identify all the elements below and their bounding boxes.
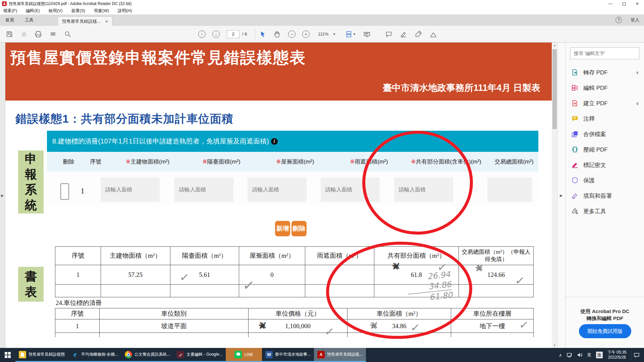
page-number-input[interactable]: 2 bbox=[227, 30, 239, 38]
taskbar-app-folder[interactable]: 預售屋常見錯誤樣態 bbox=[15, 348, 68, 362]
speaker-icon[interactable] bbox=[577, 353, 583, 357]
zoom-caret-icon[interactable]: ▼ bbox=[333, 33, 336, 36]
create-pdf-icon bbox=[571, 99, 579, 107]
tool-export-pdf[interactable]: 轉存 PDF ∨ bbox=[566, 65, 644, 80]
taskbar-app-ie[interactable]: e 平均地權條例-全國... bbox=[68, 348, 121, 362]
tool-fill-sign[interactable]: 填寫和簽署 bbox=[566, 188, 644, 203]
info-icon[interactable]: i bbox=[271, 138, 278, 145]
free-trial-button[interactable]: 開始免費試用版 bbox=[579, 324, 631, 338]
start-button[interactable] bbox=[0, 348, 15, 362]
minimize-button[interactable]: — bbox=[604, 0, 617, 7]
form-section-bar: 8.建物標的清冊(107年1月1日以後申請建造執照者，免填屋簷及雨遮面積) i bbox=[47, 131, 538, 152]
close-button[interactable]: ✕ bbox=[631, 0, 644, 7]
input-total-area[interactable] bbox=[487, 178, 532, 202]
tools-search-input[interactable] bbox=[570, 47, 639, 59]
checkmark-57-25: ✓ bbox=[179, 270, 190, 285]
tool-more-tools[interactable]: 更多工具 bbox=[566, 203, 644, 219]
menu-view[interactable]: 檢視(V) bbox=[49, 8, 63, 14]
pdf-banner: 預售屋實價登錄申報案件常見錯誤樣態表 臺中市清水地政事務所111年4月 日製表 bbox=[5, 43, 552, 101]
tab-tools[interactable]: 工具 bbox=[19, 15, 39, 26]
save-icon[interactable] bbox=[5, 29, 14, 39]
taskbar-clock[interactable]: 下午 05:35 2022/5/26 bbox=[607, 350, 627, 360]
scrollbar-thumb[interactable] bbox=[552, 49, 557, 129]
scroll-down-icon[interactable]: ▼ bbox=[552, 343, 557, 348]
next-page-icon[interactable]: ↓ bbox=[211, 29, 221, 39]
add-button[interactable]: 新增 bbox=[275, 221, 290, 236]
language-indicator[interactable]: 英 bbox=[587, 352, 591, 358]
hand-tool-icon[interactable] bbox=[272, 29, 282, 39]
zoom-out-icon[interactable]: − bbox=[287, 29, 297, 39]
expand-nav-pane-icon[interactable]: ▶ bbox=[1, 193, 4, 198]
promo-line2: 轉換和編輯 PDF bbox=[566, 315, 644, 322]
collapse-tools-pane-icon[interactable]: ▶ bbox=[560, 193, 562, 198]
form-section-text: 8.建物標的清冊(107年1月1日以後申請建造執照者，免填屋簷及雨遮面積) bbox=[52, 137, 269, 146]
menu-edit[interactable]: 編輯(E) bbox=[26, 8, 40, 14]
tab-close-icon[interactable]: × bbox=[105, 19, 108, 24]
toolbar-separator bbox=[255, 29, 255, 39]
menu-window[interactable]: 視窗(W) bbox=[94, 8, 109, 14]
fill-sign-pen-icon[interactable] bbox=[414, 29, 423, 39]
tab-document-label: 預售屋常見錯誤樣... bbox=[62, 18, 101, 24]
row-checkbox[interactable] bbox=[60, 183, 69, 200]
zoom-level-value[interactable]: 111% bbox=[318, 32, 328, 37]
taskbar-app-line[interactable]: LINE bbox=[226, 348, 262, 362]
star-icon[interactable]: ☆ bbox=[19, 29, 29, 39]
acrobat-app-icon: A bbox=[2, 1, 7, 6]
checkmark-floor: ✓ bbox=[519, 318, 530, 332]
sign-in-link[interactable]: 登入 bbox=[631, 17, 639, 23]
chevron-down-icon[interactable]: ∨ bbox=[636, 70, 639, 75]
fit-width-icon[interactable] bbox=[344, 29, 354, 39]
tool-combine-files[interactable]: 合併檔案 bbox=[566, 126, 644, 142]
acrobat-icon: A bbox=[317, 351, 325, 358]
comment-icon[interactable] bbox=[384, 29, 393, 39]
taskbar-app-chrome[interactable]: 公文整合資訊系統... bbox=[121, 348, 173, 362]
tab-home[interactable]: 首頁 bbox=[0, 15, 19, 26]
hidden-icons-chevron[interactable]: ∧ bbox=[559, 353, 562, 358]
tool-comment[interactable]: 注釋 bbox=[566, 111, 644, 126]
comment-tool-icon bbox=[571, 115, 579, 123]
chevron-down-icon[interactable]: ∨ bbox=[636, 101, 639, 106]
menu-help[interactable]: 說明(H) bbox=[118, 8, 132, 14]
search-icon[interactable] bbox=[63, 29, 72, 39]
tablet-input-icon[interactable] bbox=[567, 353, 573, 358]
col-balcony-area: ※陽臺面積(m²) bbox=[184, 152, 258, 172]
taskbar-app-docs[interactable]: 文書編輯 - Google... bbox=[173, 348, 226, 362]
taskbar-app-acrobat[interactable]: A 預售屋常見錯誤樣... bbox=[314, 348, 366, 362]
restore-button[interactable] bbox=[617, 0, 631, 7]
action-center-icon[interactable] bbox=[631, 348, 641, 362]
delete-button[interactable]: 刪除 bbox=[291, 221, 307, 236]
scroll-up-icon[interactable]: ▲ bbox=[552, 43, 557, 48]
input-balcony-area[interactable] bbox=[174, 178, 233, 202]
menu-file[interactable]: 檔案(F) bbox=[3, 8, 17, 14]
tool-compress-pdf[interactable]: 壓縮 PDF bbox=[566, 142, 644, 157]
reading-mode-icon[interactable] bbox=[362, 29, 372, 39]
taskbar-app-word[interactable]: W 臺中市清水地政事... bbox=[262, 348, 314, 362]
tool-create-pdf[interactable]: 建立 PDF ∨ bbox=[566, 96, 644, 111]
previous-page-icon[interactable]: ↑ bbox=[197, 29, 207, 39]
ie-icon: e bbox=[71, 351, 79, 358]
stamp-tool-icon[interactable] bbox=[428, 29, 438, 39]
screen: A 預售屋常見錯誤樣態1110429.pdf - Adobe Acrobat R… bbox=[0, 0, 644, 362]
tool-edit-pdf[interactable]: 編輯 PDF bbox=[566, 80, 644, 96]
docs-pen-icon bbox=[177, 351, 184, 358]
fit-caret-icon[interactable]: ▼ bbox=[353, 33, 356, 36]
tool-protect[interactable]: 保護 bbox=[566, 173, 644, 188]
menu-sign[interactable]: 簽署(S) bbox=[71, 8, 85, 14]
highlight-icon[interactable] bbox=[399, 29, 408, 39]
tab-document[interactable]: 預售屋常見錯誤樣... × bbox=[58, 16, 112, 26]
fill-sign-icon bbox=[571, 192, 579, 200]
print-icon[interactable] bbox=[34, 29, 43, 39]
tool-redact[interactable]: 標記密文 bbox=[566, 157, 644, 173]
mail-icon[interactable]: ✉ bbox=[48, 29, 58, 39]
help-icon[interactable]: ? bbox=[615, 17, 622, 23]
vertical-scrollbar[interactable]: ▲ ▼ bbox=[552, 43, 557, 348]
select-cursor-icon[interactable] bbox=[258, 29, 268, 39]
page-total-label: / 6 bbox=[242, 32, 247, 37]
tab-bar: 首頁 工具 預售屋常見錯誤樣... × bbox=[0, 15, 644, 26]
input-main-area[interactable] bbox=[101, 178, 160, 202]
ime-mode-icon[interactable]: 注 bbox=[596, 352, 603, 358]
input-eaves-area[interactable] bbox=[248, 178, 307, 202]
crossed-star-price: ★✕ bbox=[258, 320, 270, 332]
zoom-in-icon[interactable]: + bbox=[301, 29, 311, 39]
label-paper-form: 書 表 bbox=[18, 267, 44, 302]
